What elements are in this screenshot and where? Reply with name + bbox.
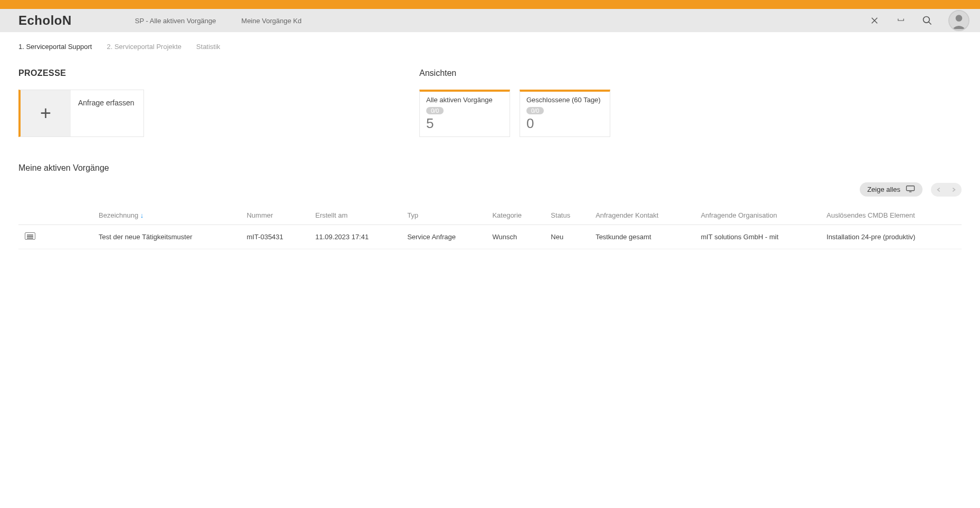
- cell-kontakt: Testkunde gesamt: [589, 225, 695, 249]
- view-card-title: Alle aktiven Vorgänge: [426, 96, 503, 104]
- cell-erstellt: 11.09.2023 17:41: [309, 225, 401, 249]
- tab-serviceportal-support[interactable]: 1. Serviceportal Support: [18, 43, 92, 51]
- cell-cmdb: Installation 24-pre (produktiv): [820, 225, 962, 249]
- col-icon[interactable]: [18, 206, 92, 225]
- col-erstellt[interactable]: Erstellt am: [309, 206, 401, 225]
- plus-icon: +: [21, 90, 71, 136]
- col-cmdb[interactable]: Auslösendes CMDB Element: [820, 206, 962, 225]
- close-icon[interactable]: [869, 15, 880, 26]
- view-card-closed-60[interactable]: Geschlossene (60 Tage) 0/0 0: [520, 90, 610, 137]
- views-title: Ansichten: [419, 69, 962, 78]
- show-all-label: Zeige alles: [867, 185, 900, 193]
- table-header-row: Bezeichnung Nummer Erstellt am Typ Kateg…: [18, 206, 962, 225]
- app-logo[interactable]: EcholoN: [18, 13, 72, 28]
- content-area: PROZESSE + Anfrage erfassen Ansichten Al…: [0, 59, 980, 259]
- col-bezeichnung[interactable]: Bezeichnung: [92, 206, 241, 225]
- col-kategorie[interactable]: Kategorie: [486, 206, 544, 225]
- header-right: [869, 10, 969, 31]
- tab-statistik[interactable]: Statistik: [196, 43, 220, 51]
- display-icon: [906, 185, 915, 194]
- form-icon: [25, 232, 35, 240]
- avatar[interactable]: [948, 10, 969, 31]
- cases-table: Bezeichnung Nummer Erstellt am Typ Kateg…: [18, 206, 962, 249]
- cell-bezeichnung: Test der neue Tätigkeitsmuster: [92, 225, 241, 249]
- cell-org: mIT solutions GmbH - mit: [695, 225, 820, 249]
- col-nummer[interactable]: Nummer: [241, 206, 309, 225]
- header-nav: SP - Alle aktiven Vorgänge Meine Vorgäng…: [135, 17, 869, 25]
- search-icon[interactable]: [922, 15, 933, 26]
- col-org[interactable]: Anfragende Organisation: [695, 206, 820, 225]
- list-title: Meine aktiven Vorgänge: [18, 163, 962, 173]
- pager-next[interactable]: [951, 185, 956, 194]
- cell-typ: Service Anfrage: [401, 225, 486, 249]
- cell-kategorie: Wunsch: [486, 225, 544, 249]
- processes-title: PROZESSE: [18, 69, 398, 78]
- pager-prev[interactable]: [936, 185, 941, 194]
- table-row[interactable]: Test der neue Tätigkeitsmuster mIT-03543…: [18, 225, 962, 249]
- pager: [931, 183, 962, 197]
- svg-line-3: [929, 22, 931, 25]
- view-card-badge: 0/0: [526, 107, 544, 114]
- col-status[interactable]: Status: [544, 206, 589, 225]
- view-card-all-active[interactable]: Alle aktiven Vorgänge 0/0 5: [419, 90, 510, 137]
- header-nav-item-my-cases[interactable]: Meine Vorgänge Kd: [242, 17, 302, 25]
- accent-top-bar: [0, 0, 980, 9]
- tab-serviceportal-projekte[interactable]: 2. Serviceportal Projekte: [107, 43, 181, 51]
- svg-point-5: [956, 15, 963, 22]
- svg-rect-6: [907, 186, 915, 191]
- show-all-button[interactable]: Zeige alles: [860, 182, 923, 197]
- cell-status: Neu: [544, 225, 589, 249]
- view-card-title: Geschlossene (60 Tage): [526, 96, 603, 104]
- header: EcholoN SP - Alle aktiven Vorgänge Meine…: [0, 9, 980, 32]
- view-card-count: 0: [526, 116, 603, 130]
- cell-nummer: mIT-035431: [241, 225, 309, 249]
- view-card-badge: 0/0: [426, 107, 444, 114]
- view-card-count: 5: [426, 116, 503, 130]
- col-kontakt[interactable]: Anfragender Kontakt: [589, 206, 695, 225]
- process-card-anfrage-erfassen[interactable]: + Anfrage erfassen: [18, 90, 144, 137]
- svg-point-2: [924, 17, 930, 23]
- process-card-label: Anfrage erfassen: [71, 90, 143, 136]
- header-nav-item-active-cases[interactable]: SP - Alle aktiven Vorgänge: [135, 17, 216, 25]
- col-typ[interactable]: Typ: [401, 206, 486, 225]
- spacebar-icon[interactable]: [896, 15, 906, 26]
- subnav-tabs: 1. Serviceportal Support 2. Serviceporta…: [0, 32, 980, 59]
